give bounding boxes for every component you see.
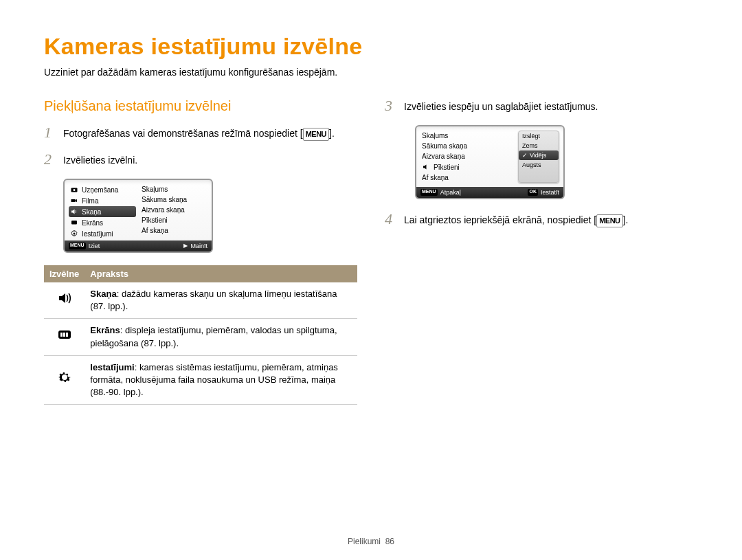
table-cell: Skaņa: dažādu kameras skaņu un skaļuma l… <box>85 282 357 319</box>
check-icon: ✓ <box>522 152 528 159</box>
camera-screen-menu: Uzņemšana Filma Skaņa Ekrāns Iestatījumi… <box>63 179 213 253</box>
table-row: Skaņa: dažādu kameras skaņu un skaļuma l… <box>44 282 357 319</box>
table-cell: Ekrāns: displeja iestatījumu, piemēram, … <box>85 319 357 355</box>
ok-mini-icon: OK <box>528 189 538 196</box>
step-3-text: Izvēlieties iespēju un saglabājiet iesta… <box>404 98 598 114</box>
step-number-3: 3 <box>385 98 397 114</box>
step-2-text: Izvēlieties izvēlni. <box>63 152 137 168</box>
page-footer: Pielikumi 86 <box>0 537 742 546</box>
svg-rect-6 <box>60 333 63 337</box>
camera-icon <box>70 186 78 194</box>
step-number-1: 1 <box>44 125 56 141</box>
sound-icon <box>70 208 78 216</box>
menu-description-table: Izvēlne Apraksts Skaņa: dažādu kameras s… <box>44 265 357 405</box>
sound-icon <box>56 291 73 305</box>
volume-dropdown: Izslēgt Zems ✓Vidējs Augsts <box>518 131 559 183</box>
table-cell: Iestatījumi: kameras sistēmas iestatījum… <box>85 355 357 405</box>
table-row: Iestatījumi: kameras sistēmas iestatījum… <box>44 355 357 405</box>
page-subtitle: Uzziniet par dažādām kameras iestatījumu… <box>44 67 698 78</box>
table-header-menu: Izvēlne <box>44 265 85 282</box>
display-icon <box>70 219 78 227</box>
camera-screen-volume: Skaļums Sākuma skaņa Aizvara skaņa Pīkst… <box>415 125 565 199</box>
table-header-desc: Apraksts <box>85 265 357 282</box>
svg-rect-3 <box>71 221 77 225</box>
svg-point-1 <box>74 189 76 191</box>
step-number-2: 2 <box>44 152 56 168</box>
svg-rect-7 <box>63 333 65 337</box>
page-title: Kameras iestatījumu izvēlne <box>44 33 698 60</box>
menu-badge: MENU <box>596 214 622 227</box>
right-triangle-icon: ▶ <box>183 243 188 249</box>
menu-mini-icon: MENU <box>420 189 438 196</box>
menu-mini-icon: MENU <box>69 243 86 249</box>
sound-icon <box>422 163 430 171</box>
display-icon <box>56 328 73 341</box>
step-4-text: Lai atgrieztos iepriekšējā ekrānā, nospi… <box>404 212 628 227</box>
svg-rect-8 <box>66 333 68 337</box>
gear-icon <box>70 229 78 238</box>
gear-icon <box>56 370 73 384</box>
section-heading: Piekļūšana iestatījumu izvēlnei <box>44 98 357 114</box>
film-icon <box>70 197 78 205</box>
menu-badge: MENU <box>303 128 329 141</box>
svg-rect-2 <box>71 199 76 202</box>
step-1-text: Fotografēšanas vai demonstrēšanas režīmā… <box>63 125 335 141</box>
step-number-4: 4 <box>385 212 397 227</box>
svg-point-4 <box>74 233 76 235</box>
table-row: Ekrāns: displeja iestatījumu, piemēram, … <box>44 319 357 355</box>
